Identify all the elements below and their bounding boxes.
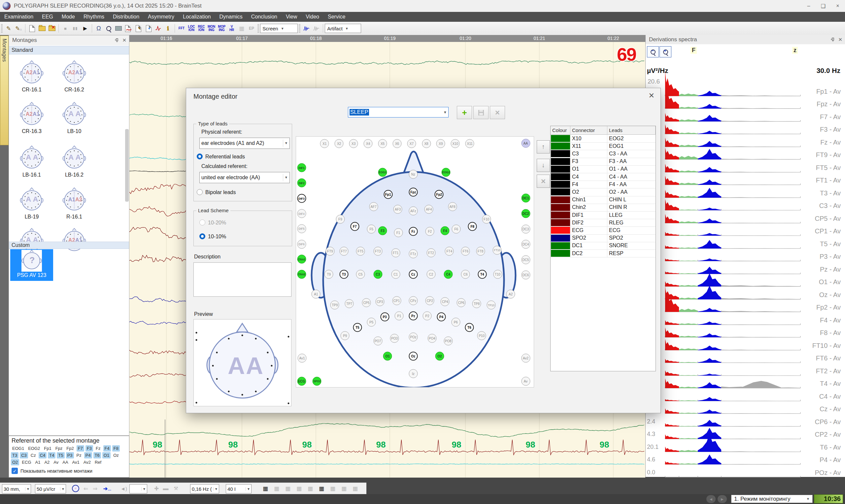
- electrode-tp8[interactable]: TP8: [472, 299, 481, 308]
- tool-mop-button[interactable]: MOPING: [217, 23, 227, 34]
- montage-item-psg-av-123[interactable]: ?PSG AV 123: [10, 249, 53, 281]
- film-icon[interactable]: ▦: [317, 484, 326, 493]
- table-row[interactable]: DIF1LLEG: [551, 211, 655, 219]
- montage-item-lb-16.2[interactable]: AALB-16.2: [53, 146, 95, 178]
- electrode-f2[interactable]: F2: [426, 227, 434, 236]
- close-button[interactable]: ×: [830, 1, 845, 11]
- electrode-t6[interactable]: T6: [465, 323, 474, 332]
- electrode-f6[interactable]: F6: [452, 225, 461, 234]
- electrode-ft3[interactable]: FT3: [373, 247, 382, 255]
- electrode-x8[interactable]: X8: [422, 139, 431, 148]
- table-row[interactable]: F3F3 - AA: [551, 158, 655, 166]
- scheme-1020-radio[interactable]: [199, 219, 205, 226]
- film-export-icon[interactable]: ▦: [350, 484, 360, 493]
- delete-exam-button[interactable]: ✕: [47, 23, 56, 34]
- table-row[interactable]: Chin2CHIN R: [551, 204, 655, 212]
- electrode-t10[interactable]: T10: [493, 270, 502, 278]
- tool-fft-button[interactable]: FFT: [177, 23, 186, 34]
- electrode-x5[interactable]: X5: [378, 139, 387, 148]
- electrode-tp7[interactable]: TP7: [345, 299, 354, 308]
- dialog-close-icon[interactable]: ✕: [649, 91, 654, 100]
- menu-view[interactable]: View: [282, 12, 301, 22]
- table-row[interactable]: F4F4 - AA: [551, 181, 655, 188]
- electrode-f10[interactable]: F10: [482, 215, 491, 224]
- referent-chip-ref[interactable]: Ref: [93, 459, 103, 465]
- video-marks-icon[interactable]: ▦: [272, 484, 281, 493]
- table-row[interactable]: C3C3 - AA: [551, 150, 655, 158]
- new-exam-button[interactable]: [28, 23, 37, 34]
- electrode-t3[interactable]: T3: [339, 270, 348, 278]
- wave-blue-button[interactable]: [302, 23, 311, 34]
- menu-video[interactable]: Video: [301, 12, 323, 22]
- video-window-icon[interactable]: ▦: [283, 484, 292, 493]
- montage-item-lb-19[interactable]: AALB-19: [11, 187, 53, 220]
- referential-leads-radio[interactable]: [197, 154, 203, 159]
- referent-chip-o2[interactable]: O2: [11, 459, 19, 465]
- electrode-f4[interactable]: F4: [441, 227, 450, 235]
- electrode-ft6[interactable]: FT6: [461, 247, 470, 255]
- next-page-icon[interactable]: ⇒: [91, 484, 99, 493]
- artifact-select[interactable]: Artifact▼: [325, 24, 361, 33]
- zoom-out-button[interactable]: −: [647, 46, 659, 57]
- video-export-icon[interactable]: ▦: [294, 484, 304, 493]
- section-custom[interactable]: Custom: [9, 241, 129, 249]
- referent-chip-t5[interactable]: T5: [57, 452, 65, 458]
- electrode-x10[interactable]: X10: [451, 139, 460, 148]
- add-montage-button[interactable]: +: [457, 106, 472, 119]
- montage-item-lb-16.1[interactable]: AALB-16.1: [11, 146, 53, 178]
- electrode-ft10[interactable]: FT10: [493, 246, 502, 254]
- play-button[interactable]: ▶: [80, 23, 90, 34]
- electrode-ft4[interactable]: FT4: [445, 247, 454, 255]
- remove-lead-button[interactable]: ✕: [537, 175, 550, 188]
- menu-eeg[interactable]: EEG: [38, 12, 57, 22]
- zoom-in-button[interactable]: +: [660, 46, 671, 57]
- electrode-po4[interactable]: PO4: [428, 334, 436, 343]
- pin-icon[interactable]: [830, 38, 835, 42]
- electrode-dc3[interactable]: DC3: [521, 225, 530, 234]
- referent-chip-av1[interactable]: Av1: [71, 459, 81, 465]
- electrode-c3[interactable]: C3: [373, 270, 382, 278]
- electrode-cp1[interactable]: CP1: [392, 296, 401, 305]
- taskbar-forward-icon[interactable]: ►: [718, 495, 727, 503]
- referent-chip-f4[interactable]: F4: [103, 445, 111, 451]
- minus-tool-icon[interactable]: ▬: [162, 484, 170, 493]
- menu-conclusion[interactable]: Conclusion: [247, 12, 282, 22]
- scheme-1020-label[interactable]: 10-20%: [208, 220, 226, 226]
- referent-chip-f7[interactable]: F7: [76, 445, 84, 451]
- referential-leads-label[interactable]: Referential leads: [205, 154, 245, 160]
- electrode-p6[interactable]: P6: [451, 318, 460, 326]
- electrode-cp6[interactable]: CP6: [457, 299, 466, 307]
- montage-item-lb-10[interactable]: AALB-10: [53, 102, 95, 134]
- electrode-aa[interactable]: AA: [521, 139, 530, 147]
- pause-button[interactable]: ▮▮: [71, 23, 80, 34]
- electrode-oz[interactable]: Oz: [409, 352, 417, 360]
- referent-chip-fpz[interactable]: Fpz: [54, 445, 64, 451]
- electrode-p3[interactable]: P3: [380, 312, 389, 321]
- video-run-icon[interactable]: ▦: [306, 484, 315, 493]
- table-row[interactable]: DC1SNORE: [551, 242, 655, 250]
- referent-chip-p3[interactable]: P3: [66, 452, 74, 458]
- electrode-x6[interactable]: X6: [393, 139, 402, 148]
- electrode-dif3[interactable]: DIF3: [297, 194, 306, 203]
- menu-localization[interactable]: Localization: [179, 12, 215, 22]
- move-up-button[interactable]: ↑: [537, 140, 550, 154]
- referent-chip-pz[interactable]: Pz: [75, 452, 83, 458]
- referent-chip-cz[interactable]: Cz: [29, 452, 37, 458]
- sound-select[interactable]: ▼: [129, 484, 147, 493]
- electrode-t5[interactable]: T5: [353, 323, 362, 332]
- electrode-ft2[interactable]: FT2: [427, 249, 435, 257]
- montage-item-partial[interactable]: A2A1: [53, 228, 95, 254]
- electrode-cz[interactable]: Cz: [409, 270, 417, 278]
- show-inactive-checkbox[interactable]: ✓: [12, 468, 18, 474]
- electrode-c4[interactable]: C4: [444, 270, 452, 278]
- restore-button[interactable]: ❑: [816, 1, 830, 11]
- electrode-dc5[interactable]: DC5: [521, 255, 530, 264]
- electrode-afz[interactable]: AFz: [409, 206, 417, 215]
- table-row[interactable]: X11EOG1: [551, 142, 655, 150]
- montage-item-cr-16.1[interactable]: A2A1CR-16.1: [11, 60, 53, 93]
- referent-chip-oz[interactable]: Oz: [112, 452, 120, 458]
- electrode-p1[interactable]: P1: [395, 311, 404, 320]
- electrode-p10[interactable]: P10: [477, 331, 486, 340]
- edit-document-button[interactable]: ✎: [134, 23, 143, 34]
- referent-chip-av[interactable]: Av: [52, 459, 60, 465]
